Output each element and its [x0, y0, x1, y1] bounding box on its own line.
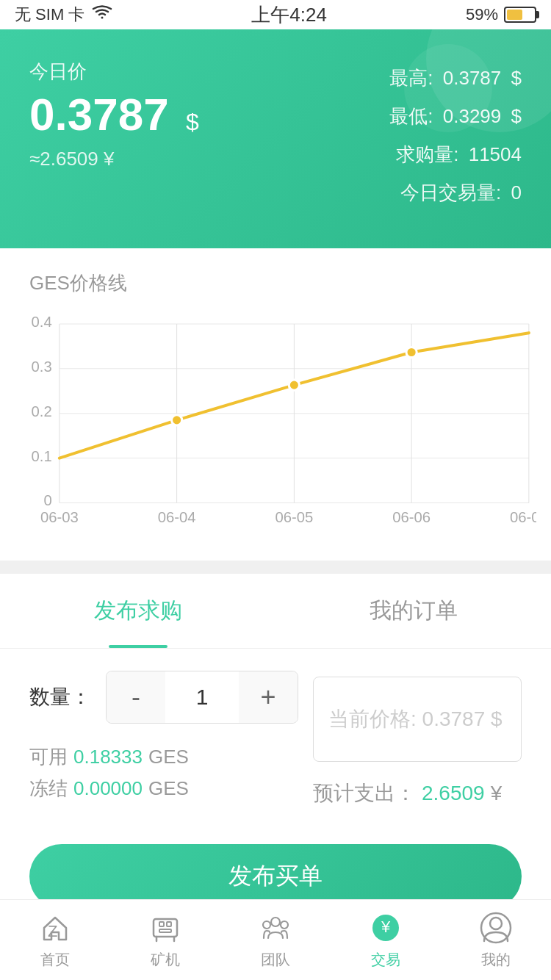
- svg-point-22: [289, 380, 299, 390]
- svg-text:¥: ¥: [381, 918, 391, 936]
- svg-text:06-05: 06-05: [275, 509, 313, 525]
- available-value: 0.18333: [73, 746, 143, 768]
- increment-button[interactable]: +: [239, 671, 298, 724]
- price-right: 最高: 0.3787 $ 最低: 0.3299 $ 求购量: 11504 今日交…: [385, 59, 522, 212]
- svg-point-23: [406, 347, 417, 357]
- nav-item-team[interactable]: 团队: [220, 900, 331, 980]
- svg-text:06-06: 06-06: [392, 509, 431, 525]
- low-value: 0.3299: [443, 105, 502, 127]
- svg-rect-26: [159, 922, 164, 926]
- high-label: 最高:: [389, 67, 433, 89]
- trade-tabs: 发布求购 我的订单: [0, 574, 551, 649]
- expected-unit: ¥: [491, 782, 503, 805]
- quantity-input[interactable]: [165, 671, 239, 724]
- nav-label-trade: 交易: [371, 950, 400, 970]
- svg-text:Z: Z: [48, 922, 57, 940]
- chart-section: GES价格线 0 0.1 0.2 0.3 0.4 06-03: [0, 248, 551, 561]
- machine-icon: [148, 910, 183, 945]
- price-placeholder: 当前价格: 0.3787 $: [328, 705, 503, 733]
- svg-text:0.4: 0.4: [32, 314, 52, 330]
- svg-rect-28: [159, 929, 171, 932]
- svg-text:06-07: 06-07: [510, 509, 536, 525]
- demand-value: 11504: [469, 143, 522, 165]
- svg-point-21: [172, 415, 182, 425]
- frozen-value: 0.00000: [73, 777, 143, 800]
- svg-text:06-04: 06-04: [158, 509, 196, 525]
- high-row: 最高: 0.3787 $: [385, 59, 522, 97]
- price-input-wrapper[interactable]: 当前价格: 0.3787 $: [313, 677, 522, 762]
- svg-text:0.3: 0.3: [32, 359, 52, 375]
- nav-item-home[interactable]: Z 首页: [0, 900, 110, 980]
- sim-status: 无 SIM 卡: [15, 4, 84, 26]
- status-time: 上午4:24: [251, 2, 327, 28]
- nav-item-profile[interactable]: 我的: [441, 900, 551, 980]
- main-price-value: 0.3787: [29, 89, 169, 140]
- svg-text:0.1: 0.1: [32, 448, 52, 464]
- price-left: 今日价 0.3787 $ ≈2.6509 ¥: [29, 59, 199, 170]
- submit-label: 发布买单: [228, 860, 323, 893]
- svg-point-36: [490, 918, 502, 929]
- available-label: 可用: [29, 744, 68, 770]
- quantity-control: - +: [106, 671, 298, 724]
- frozen-label: 冻结: [29, 776, 68, 801]
- high-value: 0.3787: [443, 67, 502, 89]
- svg-point-33: [281, 921, 288, 929]
- expected-value: 2.6509: [422, 782, 485, 805]
- svg-text:0: 0: [43, 492, 51, 508]
- svg-point-32: [263, 921, 270, 929]
- cny-price: ≈2.6509 ¥: [29, 148, 199, 170]
- nav-item-machine[interactable]: 矿机: [110, 900, 220, 980]
- expected-label: 预计支出：: [313, 779, 416, 807]
- team-icon: [258, 910, 293, 945]
- expected-row: 预计支出： 2.6509 ¥: [313, 779, 522, 807]
- section-divider: [0, 561, 551, 574]
- low-row: 最低: 0.3299 $: [385, 97, 522, 135]
- svg-rect-25: [154, 919, 177, 937]
- today-label: 今日价: [29, 59, 199, 84]
- chart-container: 0 0.1 0.2 0.3 0.4 06-03 06-04 06-05 06-0…: [15, 311, 536, 546]
- volume-label: 今日交易量:: [400, 181, 501, 203]
- profile-icon: [478, 910, 514, 945]
- frozen-unit: GES: [148, 777, 189, 800]
- nav-label-machine: 矿机: [151, 950, 180, 970]
- svg-text:06-03: 06-03: [40, 509, 79, 525]
- left-col: 数量： - + 可用 0.18333 GES 冻结 0.00000 GES: [29, 671, 298, 807]
- volume-value: 0: [511, 181, 522, 203]
- svg-text:0.2: 0.2: [32, 403, 52, 419]
- demand-row: 求购量: 11504: [385, 135, 522, 173]
- main-price: 0.3787 $: [29, 92, 199, 137]
- nav-label-home: 首页: [40, 950, 70, 970]
- svg-point-31: [271, 918, 280, 926]
- decrement-button[interactable]: -: [107, 671, 165, 724]
- low-label: 最低:: [389, 105, 433, 127]
- main-price-unit: $: [186, 109, 199, 135]
- quantity-row: 数量： - +: [29, 671, 298, 724]
- high-unit: $: [511, 67, 522, 89]
- svg-rect-27: [167, 922, 171, 926]
- nav-item-trade[interactable]: ¥ 交易: [331, 900, 441, 980]
- volume-row: 今日交易量: 0: [385, 173, 522, 212]
- tab-publish[interactable]: 发布求购: [0, 574, 276, 648]
- available-unit: GES: [148, 746, 189, 768]
- available-row: 可用 0.18333 GES: [29, 744, 298, 770]
- right-col: 当前价格: 0.3787 $ 预计支出： 2.6509 ¥: [313, 671, 522, 807]
- low-unit: $: [511, 105, 522, 127]
- trade-icon: ¥: [368, 910, 403, 945]
- price-chart: 0 0.1 0.2 0.3 0.4 06-03 06-04 06-05 06-0…: [15, 311, 536, 546]
- frozen-row: 冻结 0.00000 GES: [29, 776, 298, 801]
- battery-percent: 59%: [466, 5, 498, 24]
- price-header: 今日价 0.3787 $ ≈2.6509 ¥ 最高: 0.3787 $ 最低: …: [0, 29, 551, 248]
- demand-label: 求购量:: [396, 143, 458, 165]
- status-left: 无 SIM 卡: [15, 4, 112, 26]
- quantity-label: 数量：: [29, 683, 91, 711]
- tab-my-orders[interactable]: 我的订单: [276, 574, 551, 648]
- nav-label-team: 团队: [261, 950, 290, 970]
- status-right: 59%: [466, 5, 536, 24]
- nav-label-profile: 我的: [481, 950, 511, 970]
- chart-title: GES价格线: [15, 270, 536, 296]
- trade-form: 数量： - + 可用 0.18333 GES 冻结 0.00000 GES: [0, 649, 551, 829]
- wifi-icon: [92, 4, 112, 25]
- status-bar: 无 SIM 卡 上午4:24 59%: [0, 0, 551, 29]
- bottom-nav: Z 首页 矿机: [0, 899, 551, 980]
- battery-icon: [504, 7, 536, 23]
